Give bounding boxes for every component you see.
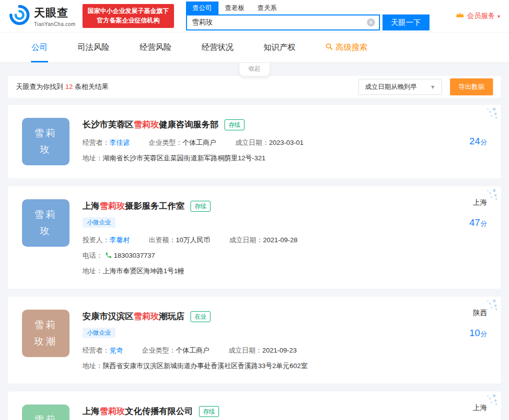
status-badge: 存续 (199, 406, 219, 417)
company-name-link[interactable]: 安康市汉滨区雪莉玫潮玩店 (82, 311, 184, 322)
advanced-search[interactable]: 高级搜索 (326, 32, 368, 62)
field-company-type: 企业类型：个体工商户 (142, 346, 210, 355)
search-input[interactable] (187, 18, 367, 26)
clear-search-icon[interactable]: ✕ (367, 18, 375, 26)
crown-icon (456, 11, 464, 20)
company-avatar[interactable]: 雪莉玫潮 (22, 310, 70, 357)
results-count-text: 天眼查为你找到12条相关结果 (16, 82, 108, 91)
company-tag-small-micro: 小微企业 (82, 217, 116, 228)
company-name-link[interactable]: 上海雪莉玫摄影服务工作室 (82, 200, 184, 212)
company-tag-small-micro: 小微企业 (82, 328, 116, 338)
brand-domain: TianYanCha.com (34, 21, 76, 27)
company-card: 雪莉玫 上海雪莉玫摄影服务工作室 存续 小微企业 投资人：李馨村 出资额：10万… (8, 186, 501, 289)
chevron-down-icon: ▼ (430, 84, 436, 90)
certification-badge: 国家中小企业发展子基金旗下 官方备案企业征信机构 (82, 4, 174, 28)
search-tabs: 查公司 查老板 查关系 (186, 1, 430, 14)
sort-dropdown[interactable]: 成立日期从晚到早 ▼ (358, 79, 442, 95)
score-link[interactable]: 24分 (470, 136, 487, 147)
brand-name: 天眼查 (34, 5, 76, 20)
tab-intellectual-property[interactable]: 知识产权 (264, 32, 296, 62)
field-operator: 经营者：党奇 (82, 346, 123, 355)
address-row: 地址：陕西省安康市汉滨区新城街道办事处香溪社区香溪路33号2单元602室 (82, 362, 432, 371)
score-link[interactable]: 47分 (470, 217, 487, 228)
logo-swirl-icon (9, 4, 30, 27)
search-box: ✕ (186, 14, 380, 30)
field-establish-date: 成立日期：2021-09-23 (228, 346, 297, 355)
chevron-down-icon: ▾ (498, 13, 500, 19)
vip-service[interactable]: 会员服务 ▾ (456, 11, 500, 20)
collapse-filters-button[interactable]: 收起 (240, 63, 270, 76)
results-summary-bar: 天眼查为你找到12条相关结果 成立日期从晚到早 ▼ 导出数据 (8, 76, 501, 98)
person-link[interactable]: 李佳谚 (110, 139, 130, 146)
search-tab-relation[interactable]: 查关系 (251, 1, 284, 14)
field-operator: 经营者：李佳谚 (82, 138, 130, 147)
field-contribution: 出资额：10万人民币 (149, 236, 210, 245)
region-label (470, 117, 487, 127)
field-establish-date: 成立日期：2021-09-28 (230, 236, 298, 245)
region-label: 上海 (470, 404, 487, 414)
tab-judicial-risk[interactable]: 司法风险 (78, 32, 110, 62)
company-name-link[interactable]: 上海雪莉玫文化传播有限公司 (82, 406, 193, 417)
address-row: 地址：湖南省长沙市芙蓉区韭菜园街道新军路桐荫里12号-321 (82, 154, 432, 163)
company-card: 雪莉玫 长沙市芙蓉区雪莉玫健康咨询服务部 存续 经营者：李佳谚 企业类型：个体工… (8, 105, 501, 178)
tab-company[interactable]: 公司 (32, 32, 48, 62)
company-card: 雪莉玫潮 安康市汉滨区雪莉玫潮玩店 在业 小微企业 经营者：党奇 企业类型：个体… (8, 297, 501, 384)
results-count: 12 (66, 83, 73, 90)
search-area: 查公司 查老板 查关系 ✕ 天眼一下 (186, 1, 430, 30)
company-avatar[interactable]: 雪莉玫 (22, 405, 70, 420)
search-icon (326, 43, 333, 52)
status-badge: 在业 (190, 311, 210, 322)
field-company-type: 企业类型：个体工商户 (149, 138, 216, 147)
company-avatar[interactable]: 雪莉玫 (22, 199, 70, 247)
region-label: 上海 (470, 198, 487, 208)
search-button[interactable]: 天眼一下 (382, 14, 430, 30)
score-link[interactable]: 10分 (470, 328, 487, 339)
company-avatar[interactable]: 雪莉玫 (22, 118, 70, 165)
tab-operation-risk[interactable]: 经营风险 (140, 32, 172, 62)
company-name-link[interactable]: 长沙市芙蓉区雪莉玫健康咨询服务部 (82, 119, 218, 130)
status-badge: 存续 (224, 119, 244, 130)
status-badge: 存续 (190, 201, 210, 212)
company-card: 雪莉玫 上海雪莉玫文化传播有限公司 存续 小微企业 法定代表人：王婷 注册资本：… (8, 392, 501, 420)
search-tab-boss[interactable]: 查老板 (218, 1, 251, 14)
region-label: 陕西 (470, 309, 487, 319)
export-data-button[interactable]: 导出数据 (450, 78, 493, 95)
search-tab-company[interactable]: 查公司 (186, 1, 218, 14)
phone-number: 18303037737 (114, 252, 156, 259)
field-investor: 投资人：李馨村 (82, 236, 130, 245)
person-link[interactable]: 党奇 (110, 347, 123, 354)
tianyancha-logo[interactable]: 天眼查 TianYanCha.com (9, 4, 76, 27)
field-establish-date: 成立日期：2023-03-01 (236, 138, 304, 147)
results-content: 收起 天眼查为你找到12条相关结果 成立日期从晚到早 ▼ 导出数据 雪莉玫 长沙… (0, 63, 509, 420)
phone-row: 电话：18303037737 (82, 251, 432, 260)
vip-label: 会员服务 (467, 11, 495, 20)
phone-icon (105, 252, 112, 260)
tab-operation-status[interactable]: 经营状况 (202, 32, 234, 62)
top-bar: 天眼查 TianYanCha.com 国家中小企业发展子基金旗下 官方备案企业征… (0, 0, 509, 32)
main-nav: 公司 司法风险 经营风险 经营状况 知识产权 高级搜索 (0, 32, 509, 63)
person-link[interactable]: 李馨村 (110, 236, 130, 244)
address-row: 地址：上海市奉贤区海坤路1号1幢 (82, 267, 432, 276)
